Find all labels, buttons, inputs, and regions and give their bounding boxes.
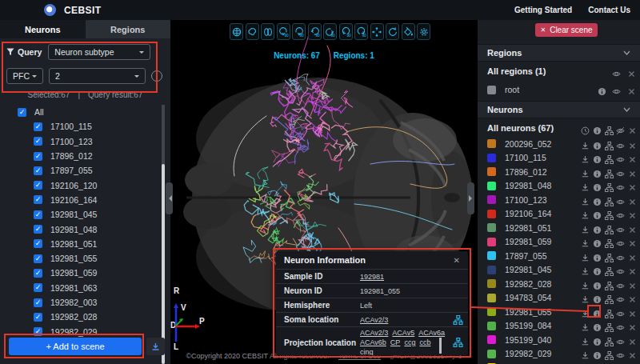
neuron-color-swatch[interactable]	[487, 266, 496, 274]
download-icon[interactable]	[581, 321, 590, 330]
settings-button[interactable]	[417, 23, 430, 40]
popup-scrollbar-thumb[interactable]	[439, 338, 442, 354]
viewer-3d[interactable]: 90 90 90 90 90 90 Neurons: 67 Regions: 1…	[170, 20, 478, 364]
remove-icon[interactable]	[628, 279, 637, 288]
rotate-up-90-button[interactable]: 90	[277, 23, 290, 40]
download-icon[interactable]	[581, 153, 590, 162]
neuron-color-swatch[interactable]	[487, 322, 496, 330]
checkbox-checked-icon[interactable]	[34, 137, 42, 146]
download-icon[interactable]	[581, 195, 590, 204]
visibility-eye-icon[interactable]	[616, 265, 625, 274]
visibility-eye-icon[interactable]	[616, 335, 625, 344]
neuron-color-swatch[interactable]	[487, 210, 496, 218]
info-icon[interactable]	[593, 167, 602, 176]
projection-region-link[interactable]: ccg	[404, 338, 415, 346]
info-icon[interactable]	[593, 293, 602, 302]
visibility-eye-icon[interactable]	[616, 237, 625, 246]
sample-id-link[interactable]: 192981	[360, 273, 384, 281]
rotate-right-90-button[interactable]: 90	[323, 23, 337, 40]
download-icon[interactable]	[581, 167, 590, 176]
reset-view-button[interactable]	[386, 23, 399, 40]
ontology-tree-icon[interactable]	[605, 279, 614, 288]
remove-icon[interactable]	[628, 181, 637, 190]
info-icon[interactable]	[593, 307, 602, 316]
history-clock-icon[interactable]	[581, 124, 590, 133]
projection-region-link[interactable]: ACAv6b	[360, 338, 386, 346]
neuron-color-swatch[interactable]	[487, 335, 496, 344]
nav-link[interactable]: Getting Started	[514, 6, 572, 14]
ontology-tree-icon[interactable]	[605, 181, 614, 190]
collapse-right-panel-handle[interactable]	[467, 182, 474, 214]
visibility-eye-icon[interactable]	[616, 307, 625, 316]
checkbox-checked-icon[interactable]	[34, 210, 42, 219]
visibility-eye-icon[interactable]	[616, 167, 625, 176]
remove-icon[interactable]	[627, 85, 636, 94]
remove-icon[interactable]	[628, 251, 637, 260]
info-icon[interactable]	[593, 195, 602, 204]
remove-icon[interactable]	[628, 349, 637, 358]
checkbox-checked-icon[interactable]	[34, 254, 42, 263]
query-type-select[interactable]: Neuron subtype	[48, 44, 150, 60]
download-icon[interactable]	[581, 293, 590, 302]
projection-region-link[interactable]: ACAv5	[392, 329, 414, 337]
rotate-down-90-button[interactable]: 90	[292, 23, 306, 40]
collapse-left-panel-handle[interactable]	[166, 182, 173, 214]
checkbox-checked-icon[interactable]	[34, 313, 42, 322]
remove-icon[interactable]	[628, 167, 637, 176]
visibility-eye-icon[interactable]	[616, 209, 625, 218]
ontology-tree-icon[interactable]	[605, 237, 614, 246]
rotate-cw-90-button[interactable]: 90	[339, 23, 353, 40]
remove-icon[interactable]	[628, 321, 637, 330]
ontology-tree-icon[interactable]	[605, 139, 614, 148]
ontology-tree-icon[interactable]	[605, 251, 614, 260]
remove-icon[interactable]	[628, 139, 637, 148]
neuron-color-swatch[interactable]	[487, 167, 496, 176]
neuron-list-item[interactable]: 192982_028	[0, 310, 160, 324]
tab-regions[interactable]: Regions	[86, 20, 171, 38]
info-icon[interactable]	[593, 279, 602, 288]
neuron-color-swatch[interactable]	[487, 223, 496, 232]
remove-icon[interactable]	[628, 153, 637, 162]
checkbox-checked-icon[interactable]	[34, 239, 42, 248]
info-icon[interactable]	[593, 124, 602, 133]
checkbox-checked-icon[interactable]	[34, 298, 42, 307]
checkbox-checked-icon[interactable]	[18, 108, 26, 117]
neuron-color-swatch[interactable]	[487, 139, 496, 148]
clear-scene-button[interactable]: ✕ Clear scene	[535, 23, 598, 37]
remove-icon[interactable]	[628, 237, 637, 246]
visibility-eye-icon[interactable]	[612, 67, 621, 76]
neuron-list-item[interactable]: 17896_012	[0, 149, 160, 163]
info-icon[interactable]	[593, 209, 602, 218]
neuron-color-swatch[interactable]	[487, 294, 496, 302]
visibility-eye-icon[interactable]	[616, 251, 625, 260]
download-icon[interactable]	[581, 237, 590, 246]
ontology-tree-icon[interactable]	[605, 124, 614, 133]
ontology-tree-icon[interactable]	[605, 265, 614, 274]
info-icon[interactable]	[593, 335, 602, 344]
nav-link[interactable]: Contact Us	[588, 6, 630, 14]
brain-sagittal-button[interactable]	[246, 23, 259, 40]
neuron-color-swatch[interactable]	[487, 154, 496, 162]
download-icon[interactable]	[581, 251, 590, 260]
checkbox-checked-icon[interactable]	[34, 225, 42, 234]
download-icon[interactable]	[581, 279, 590, 288]
visibility-eye-icon[interactable]	[612, 85, 621, 94]
region-color-swatch[interactable]	[487, 86, 496, 94]
ontology-tree-icon[interactable]	[605, 349, 614, 358]
paint-scene-button[interactable]	[402, 23, 415, 40]
remove-icon[interactable]	[628, 195, 637, 204]
checkbox-checked-icon[interactable]	[34, 181, 42, 190]
ontology-tree-icon[interactable]	[605, 293, 614, 302]
info-icon[interactable]	[593, 153, 602, 162]
left-scrollbar-thumb[interactable]	[162, 164, 165, 364]
close-icon[interactable]: ✕	[454, 256, 460, 265]
regions-section-header[interactable]: Regions	[478, 44, 640, 62]
neuron-list-item[interactable]: 192981_055	[0, 251, 160, 266]
visibility-eye-icon[interactable]	[616, 293, 625, 302]
neuron-color-swatch[interactable]	[487, 251, 496, 260]
info-icon[interactable]	[593, 321, 602, 330]
rotate-ccw-90-button[interactable]: 90	[354, 23, 368, 40]
remove-icon[interactable]	[628, 223, 637, 232]
download-icon[interactable]	[581, 349, 590, 358]
download-icon[interactable]	[581, 265, 590, 274]
